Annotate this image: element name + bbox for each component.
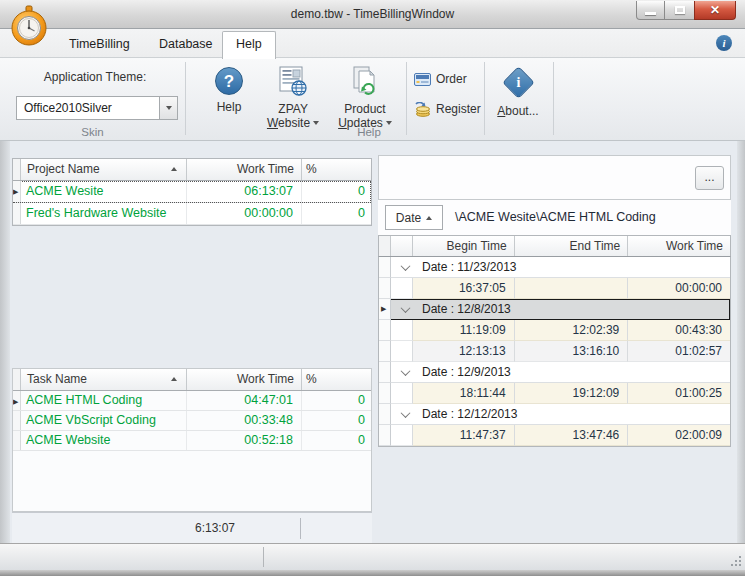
window-controls: ✕ [636,1,736,20]
expand-column-header [391,236,413,256]
group-label: Date : 12/8/2013 [422,302,511,316]
table-row[interactable]: ▶ACME Wesite06:13:070 [13,181,371,203]
group-by-panel: Date \ACME Wesite\ACME HTML Coding [378,200,731,235]
tab-timebilling[interactable]: TimeBilling [56,32,143,58]
group-header-cell: Date : 12/8/2013 [391,299,730,320]
expand-spacer-cell [391,320,413,341]
window-title: demo.tbw - TimeBillingWindow [0,0,745,29]
table-row[interactable]: ACME Website00:52:180 [13,431,371,451]
row-indicator-cell [379,257,391,278]
date-group-row[interactable]: Date : 12/12/2013 [379,404,730,425]
register-icon [414,102,431,117]
order-button-label: Order [436,72,467,86]
info-icon[interactable]: i [716,35,732,51]
skin-group-label: Skin [0,126,185,138]
website-icon [278,65,308,97]
row-indicator-cell [13,203,21,224]
button-separator [484,62,485,135]
work-time-column-header[interactable]: Work Time [187,369,302,390]
row-indicator-cell [379,404,391,425]
left-panel-footer: 6:13:07 [12,512,372,543]
percent-cell: 0 [302,181,371,202]
tab-help[interactable]: Help [222,31,276,59]
help-icon: ? [215,67,243,95]
more-options-button[interactable]: ... [695,166,724,190]
order-icon [414,73,431,86]
table-row[interactable]: Fred's Hardware Website00:00:000 [13,203,371,225]
time-entry-row[interactable]: 11:47:3713:47:4602:00:09 [379,425,730,446]
theme-combobox-value: Office2010Silver [24,97,112,119]
row-indicator-icon: ▶ [13,181,18,202]
task-name-column-header[interactable]: Task Name [21,369,187,390]
ribbon-tab-row: TimeBilling Database Help i [0,29,745,58]
percent-column-header[interactable]: % [302,159,371,180]
about-icon: i [501,65,535,99]
date-group-row[interactable]: Date : 12/9/2013 [379,362,730,383]
product-updates-button[interactable]: Product Updates [330,62,400,136]
order-button[interactable]: Order [410,68,471,90]
minimize-button[interactable] [636,1,665,20]
app-stopwatch-icon[interactable] [9,5,49,47]
row-indicator-icon: ▶ [13,391,18,410]
project-name-column-header[interactable]: Project Name [21,159,187,180]
end-time-column-header[interactable]: End Time [515,236,629,256]
time-entry-row[interactable]: 12:13:1313:16:1001:02:57 [379,341,730,362]
table-row[interactable]: ▶ACME HTML Coding04:47:010 [13,391,371,411]
time-entry-row[interactable]: 16:37:0500:00:00 [379,278,730,299]
help-button-label: Help [217,100,242,114]
time-entry-row[interactable]: 18:11:4419:12:0901:00:25 [379,383,730,404]
button-separator [406,62,407,135]
begin-time-column-header[interactable]: Begin Time [413,236,515,256]
row-indicator-cell [13,411,21,430]
project-grid-body: ▶ACME Wesite06:13:070Fred's Hardware Web… [13,181,371,225]
help-button[interactable]: ? Help [203,62,255,136]
project-grid: Project Name Work Time % ▶ACME Wesite06:… [12,158,372,226]
maximize-button[interactable] [665,1,694,20]
combobox-dropdown-button[interactable] [159,97,177,119]
begin-time-cell: 16:37:05 [413,278,515,299]
chevron-expand-icon[interactable] [401,408,411,418]
zpay-website-button[interactable]: ZPAY Website [259,62,327,136]
close-button[interactable]: ✕ [694,1,736,20]
expand-spacer-cell [391,341,413,362]
row-indicator-cell: ▶ [379,299,391,320]
row-indicator-cell [379,278,391,299]
group-label: Date : 12/9/2013 [422,365,511,379]
register-button[interactable]: Register [410,98,485,120]
name-cell: ACME HTML Coding [21,391,187,410]
expand-spacer-cell [391,383,413,404]
end-time-cell: 19:12:09 [515,383,629,404]
row-indicator-cell [379,383,391,404]
chevron-expand-icon[interactable] [401,366,411,376]
name-cell: Fred's Hardware Website [21,203,187,224]
date-group-row[interactable]: ▶Date : 12/8/2013 [379,299,730,320]
detail-grid-body: Date : 11/23/201316:37:0500:00:00▶Date :… [378,257,731,447]
date-group-row[interactable]: Date : 11/23/2013 [379,257,730,278]
work-time-column-header[interactable]: Work Time [187,159,302,180]
theme-combobox[interactable]: Office2010Silver [16,96,178,120]
work-time-cell: 02:00:09 [628,425,730,446]
resize-grip[interactable] [729,554,741,566]
work-time-cell: 01:00:25 [628,383,730,404]
title-bar[interactable]: demo.tbw - TimeBillingWindow [0,0,745,29]
row-indicator-cell: ▶ [13,181,21,202]
maximize-icon [675,6,685,14]
chevron-expand-icon[interactable] [401,261,411,271]
time-entry-row[interactable]: 11:19:0912:02:3900:43:30 [379,320,730,341]
about-button[interactable]: i About... [489,62,547,136]
chevron-expand-icon[interactable] [401,303,411,313]
row-indicator-cell [13,431,21,450]
work-time-cell: 00:00:00 [628,278,730,299]
table-row[interactable]: ACME VbScript Coding00:33:480 [13,411,371,431]
group-label: Date : 11/23/2013 [422,260,517,274]
selected-path-label: \ACME Wesite\ACME HTML Coding [455,200,656,235]
tab-database[interactable]: Database [146,32,226,58]
percent-cell: 0 [302,391,371,410]
percent-column-header[interactable]: % [302,369,371,390]
group-by-date-chip[interactable]: Date [385,205,443,230]
group-separator [185,62,186,135]
work-time-column-header[interactable]: Work Time [628,236,730,256]
work-time-cell: 00:52:18 [187,431,302,450]
sort-ascending-icon [171,167,177,171]
group-label: Date : 12/12/2013 [422,407,517,421]
